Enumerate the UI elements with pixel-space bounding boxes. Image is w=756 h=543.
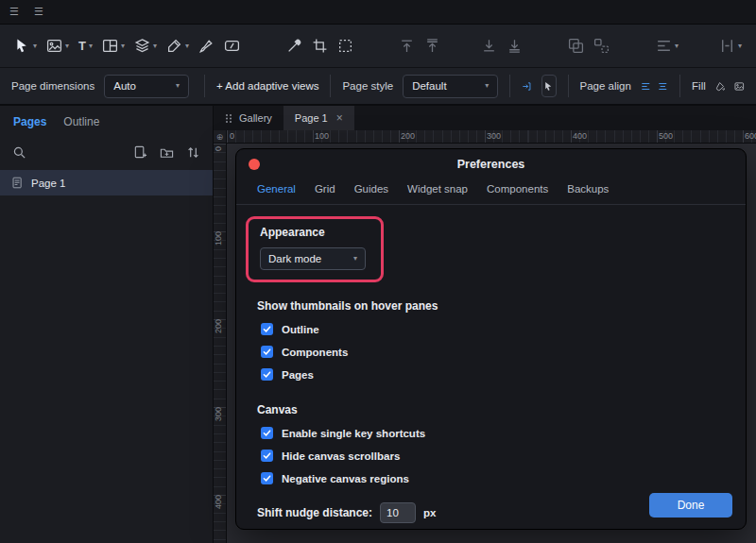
preferences-dialog: Preferences General Grid Guides Widget s… xyxy=(235,148,747,530)
red-highlight-annotation: Appearance Dark mode ▾ xyxy=(246,216,384,282)
image-tool-button[interactable]: ▾ xyxy=(42,33,74,59)
brush-tool-button[interactable] xyxy=(194,33,219,59)
chevron-down-icon[interactable]: ▾ xyxy=(65,42,69,50)
divider xyxy=(330,75,331,97)
checkbox-row-components: Components xyxy=(261,346,723,358)
crop-tool-button[interactable] xyxy=(307,33,333,59)
check-icon xyxy=(263,451,271,460)
crop-icon xyxy=(312,38,328,54)
check-icon xyxy=(263,348,271,356)
canvas-section: Canvas Enable single key shortcuts Hide … xyxy=(257,403,723,484)
search-icon[interactable] xyxy=(12,145,26,160)
layers-tool-button[interactable]: ▾ xyxy=(129,33,162,59)
chevron-down-icon: ▾ xyxy=(353,255,357,263)
ungroup-icon xyxy=(593,38,610,54)
page-style-select[interactable]: Default ▾ xyxy=(403,75,498,98)
layers-icon xyxy=(134,38,150,54)
distribute-button[interactable]: ▾ xyxy=(714,33,747,59)
tab-gallery[interactable]: Gallery xyxy=(214,106,284,130)
slash-box-icon xyxy=(224,38,240,54)
import-icon[interactable] xyxy=(522,78,532,94)
select-tool-button[interactable]: ▾ xyxy=(9,33,42,59)
chevron-down-icon[interactable]: ▾ xyxy=(675,42,679,50)
app-window: ☰ ☰ ▾ ▾ T ▾ ▾ ▾ ▾ xyxy=(0,0,756,543)
bring-to-front-button[interactable] xyxy=(420,33,445,59)
add-folder-icon[interactable] xyxy=(160,145,174,160)
pages-checkbox[interactable] xyxy=(261,368,273,381)
appearance-select[interactable]: Dark mode ▾ xyxy=(260,247,366,270)
paint-bucket-icon[interactable] xyxy=(715,78,726,94)
tab-pages[interactable]: Pages xyxy=(13,115,46,128)
align-button[interactable]: ▾ xyxy=(651,33,683,59)
horizontal-ruler: 0 100 200 300 400 500 600 xyxy=(227,130,756,144)
container-tool-button[interactable]: ▾ xyxy=(97,33,129,59)
app-menu-icon[interactable]: ☰ xyxy=(9,6,19,18)
dialog-header: Preferences xyxy=(236,149,746,179)
nudge-distance-input[interactable] xyxy=(380,502,416,523)
ruler-origin[interactable]: ⊕ xyxy=(214,130,227,144)
tab-general[interactable]: General xyxy=(257,183,296,195)
distribute-lines-icon xyxy=(719,38,735,54)
page-list-item[interactable]: Page 1 xyxy=(0,170,213,195)
pen-tool-button[interactable]: ▾ xyxy=(162,33,194,59)
page-dimensions-label: Page dimensions xyxy=(11,80,94,92)
divider xyxy=(509,75,510,97)
ruler-label: 500 xyxy=(659,131,673,141)
outline-checkbox[interactable] xyxy=(261,323,273,335)
close-button[interactable] xyxy=(249,159,260,170)
page-item-label: Page 1 xyxy=(31,178,65,189)
single-key-shortcuts-checkbox[interactable] xyxy=(261,427,273,439)
hide-scrollbars-checkbox[interactable] xyxy=(261,450,273,462)
ruler-label: 0 xyxy=(230,131,234,141)
tab-components[interactable]: Components xyxy=(487,183,548,195)
fill-image-icon[interactable] xyxy=(734,78,745,94)
canvas-tabbar: Gallery Page 1 × xyxy=(214,106,756,130)
chevron-down-icon[interactable]: ▾ xyxy=(738,42,742,50)
send-backward-button[interactable] xyxy=(476,33,502,59)
ruler-label: 300 xyxy=(214,407,226,421)
components-checkbox[interactable] xyxy=(261,346,273,358)
chevron-down-icon[interactable]: ▾ xyxy=(121,42,125,50)
cursor-box-icon xyxy=(543,81,554,92)
fill-label: Fill xyxy=(692,80,706,92)
tab-outline[interactable]: Outline xyxy=(63,115,99,128)
tab-page-1[interactable]: Page 1 × xyxy=(284,106,354,130)
group-button[interactable] xyxy=(563,33,589,59)
note-tool-button[interactable] xyxy=(219,33,245,59)
negative-regions-checkbox[interactable] xyxy=(261,472,273,484)
send-to-back-icon xyxy=(507,38,523,54)
tab-widget-snap[interactable]: Widget snap xyxy=(407,183,468,195)
transform-tool-button[interactable] xyxy=(333,33,358,59)
chevron-down-icon[interactable]: ▾ xyxy=(33,42,37,50)
page-style-value: Default xyxy=(412,80,446,92)
bring-forward-button[interactable] xyxy=(394,33,420,59)
chevron-down-icon[interactable]: ▾ xyxy=(153,42,157,50)
send-to-back-button[interactable] xyxy=(502,33,527,59)
single-key-shortcuts-label: Enable single key shortcuts xyxy=(282,428,425,439)
tab-grid[interactable]: Grid xyxy=(315,183,335,195)
sort-arrows-icon[interactable] xyxy=(186,145,200,160)
chevron-down-icon: ▾ xyxy=(485,82,489,90)
titlebar: ☰ ☰ xyxy=(0,0,756,25)
dialog-title: Preferences xyxy=(457,158,525,171)
done-button[interactable]: Done xyxy=(649,493,732,518)
chevron-down-icon[interactable]: ▾ xyxy=(185,42,189,50)
page-icon xyxy=(11,177,24,189)
page-dimensions-select[interactable]: Auto ▾ xyxy=(104,75,189,98)
check-icon xyxy=(263,370,271,379)
close-icon[interactable]: × xyxy=(336,111,343,125)
tab-guides[interactable]: Guides xyxy=(354,183,388,195)
add-adaptive-views-button[interactable]: + Add adaptive views xyxy=(216,80,318,92)
chevron-down-icon[interactable]: ▾ xyxy=(89,42,93,50)
text-icon: T xyxy=(78,40,86,52)
window-menu-icon[interactable]: ☰ xyxy=(34,6,43,18)
add-page-icon[interactable] xyxy=(133,145,147,160)
ungroup-button[interactable] xyxy=(589,33,614,59)
align-left-icon[interactable] xyxy=(641,78,651,94)
simulate-button[interactable] xyxy=(541,75,557,97)
text-tool-button[interactable]: T ▾ xyxy=(74,35,97,57)
tab-backups[interactable]: Backups xyxy=(567,183,609,195)
eyedropper-tool-button[interactable] xyxy=(282,33,307,59)
align-center-icon[interactable] xyxy=(658,78,668,94)
checkbox-row-single-key: Enable single key shortcuts xyxy=(261,427,723,439)
